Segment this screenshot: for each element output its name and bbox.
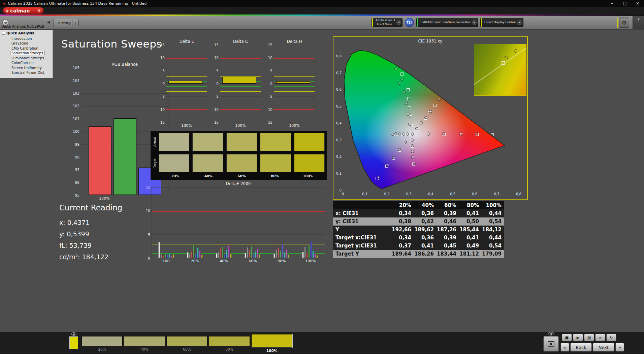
last-page-button[interactable]: »	[615, 343, 624, 352]
sidebar-item-colorchecker[interactable]: ColorChecker	[10, 61, 35, 65]
deltae-bar	[259, 254, 260, 258]
next-button[interactable]: Next	[593, 343, 614, 352]
deltae-bar	[308, 245, 310, 258]
row-label-actual: Actual	[153, 133, 157, 151]
y-tick-label: 0,3	[336, 138, 342, 142]
chart-title: Delta L	[166, 39, 207, 44]
x-tick-label: 0,8	[516, 192, 521, 196]
meter-status-accent	[372, 18, 373, 27]
current-reading-panel: Current Reading x: 0,4371y: 0,5399fL: 53…	[59, 203, 122, 263]
collapse-sidebar-button[interactable]: ◀	[47, 20, 50, 24]
sidebar-item-spectral-power-dist[interactable]: Spectral Power Dist.	[10, 70, 47, 75]
limit-line-green	[166, 86, 207, 87]
gridline	[152, 234, 325, 235]
level-swatch	[209, 336, 250, 346]
limit-line-yellow	[166, 91, 207, 92]
plot-area	[220, 45, 261, 122]
limit-line-red	[152, 211, 325, 212]
y-tick-label: 15	[160, 43, 165, 47]
target-marker	[407, 97, 410, 100]
deltae-bar	[302, 252, 304, 258]
window-controls: – □ ×	[606, 0, 644, 7]
y-tick-label: 10	[160, 56, 165, 60]
table-cell: 0,42	[414, 218, 436, 225]
y-tick-label: 0,8	[336, 54, 342, 58]
chevron-down-icon: ▼	[637, 18, 639, 29]
level-button-80[interactable]: 80%	[209, 334, 250, 353]
source-dropdown[interactable]: CalMAN Client 3 Pattern Generator ▼	[416, 18, 478, 27]
table-cell: 185,44	[459, 227, 481, 233]
table-cell: 184,12	[481, 227, 504, 233]
y-tick-label: -5	[269, 94, 272, 98]
close-button[interactable]: ×	[631, 0, 644, 7]
play-button[interactable]: ▶	[573, 334, 583, 341]
measurement-marker	[411, 144, 414, 147]
deltae-bar	[230, 254, 232, 258]
meter-dropdown[interactable]: X-Rite i1Pro 3 Direct View ▼	[372, 18, 402, 27]
measurement-marker	[400, 78, 404, 81]
pattern-window-button[interactable]	[543, 336, 559, 352]
current-color-swatch[interactable]	[69, 336, 78, 349]
continuous-button[interactable]: ∞	[595, 334, 605, 341]
y-tick-label: 5	[148, 233, 150, 237]
deltae-bar	[288, 255, 289, 258]
sidebar-item-saturation-sweeps[interactable]: Saturation Sweeps	[10, 51, 44, 55]
level-button-60[interactable]: 60%	[166, 334, 207, 353]
table-cell: 189,62	[414, 227, 436, 233]
gridline	[81, 93, 168, 94]
stop-button[interactable]: ■	[562, 334, 572, 341]
display-dropdown[interactable]: Direct Display Control ▼	[480, 18, 523, 27]
settings-button[interactable]: ⚙	[619, 18, 629, 28]
calman-logo[interactable]: ◈ calman ▼	[3, 7, 44, 14]
sidebar-root-quick-analysis[interactable]: - Quick Analysis	[0, 31, 53, 36]
loop-button[interactable]: ↻	[606, 334, 616, 341]
y-tick-label: 10	[214, 56, 219, 60]
table-cell: 0,50	[459, 218, 481, 225]
add-tab-button[interactable]: +	[72, 20, 78, 26]
sidebar-item-luminance-sweeps[interactable]: Luminance Sweeps	[10, 56, 45, 60]
table-cell: 0,44	[481, 210, 504, 216]
chevron-down-icon: ▼	[517, 20, 522, 25]
meter-count-badge[interactable]: 714	[405, 18, 414, 27]
y-tick-label: 0	[340, 188, 342, 192]
deltae-bar	[220, 248, 222, 258]
first-page-button[interactable]: «	[560, 343, 569, 352]
y-tick-label: -10	[267, 108, 272, 112]
measurement-marker	[429, 110, 432, 113]
column-header-60: 60%	[436, 202, 459, 208]
sidebar-item-cms-calibration[interactable]: CMS Calibration	[10, 46, 40, 51]
save-button[interactable]: ▤	[584, 334, 594, 341]
swatch-grid	[159, 133, 325, 172]
saturation-column-label: 40%	[192, 174, 225, 178]
table-row-target-x-cie31: Target x:CIE310,340,360,390,410,44	[333, 234, 504, 242]
swatch-actual-100	[294, 133, 325, 151]
eye-icon[interactable]	[71, 332, 76, 336]
limit-line-yellow	[274, 91, 315, 92]
sidebar-item-grayscale[interactable]: Grayscale	[10, 41, 30, 46]
deltae-bar	[253, 254, 254, 258]
logo-menu-button[interactable]: ▼	[37, 8, 42, 13]
swatch-target-80	[260, 154, 291, 172]
level-button-40[interactable]: 40%	[124, 334, 165, 353]
measurement-marker	[398, 132, 401, 136]
level-button-20[interactable]: 20%	[82, 334, 123, 353]
minimize-button[interactable]: –	[606, 0, 618, 7]
level-button-100[interactable]: 100%	[251, 334, 292, 353]
tree-expander-icon[interactable]: -	[2, 32, 5, 35]
deltae-bar	[193, 244, 195, 258]
swatch-target-20	[159, 154, 189, 172]
sidebar-item-screen-uniformity[interactable]: Screen Uniformity	[10, 66, 43, 70]
cie-x-axis: 00,10,20,30,40,50,60,70,8	[343, 191, 519, 196]
back-button[interactable]: Back	[570, 343, 592, 352]
deltae-bar	[187, 252, 189, 258]
eye-icon[interactable]	[548, 332, 554, 335]
maximize-button[interactable]: □	[618, 0, 631, 7]
chart-title: Delta H	[274, 39, 315, 44]
level-label: 40%	[124, 346, 165, 351]
sidebar-item-introduction[interactable]: Introduction	[10, 36, 33, 41]
chart-title: CIE 1931 xy	[333, 39, 527, 43]
device-cluster: X-Rite i1Pro 3 Direct View ▼ 714 CalMAN …	[372, 18, 523, 27]
measurement-marker	[413, 162, 416, 165]
source-status-accent	[417, 18, 418, 27]
collapsed-panel-strip[interactable]: ▼	[633, 16, 644, 29]
